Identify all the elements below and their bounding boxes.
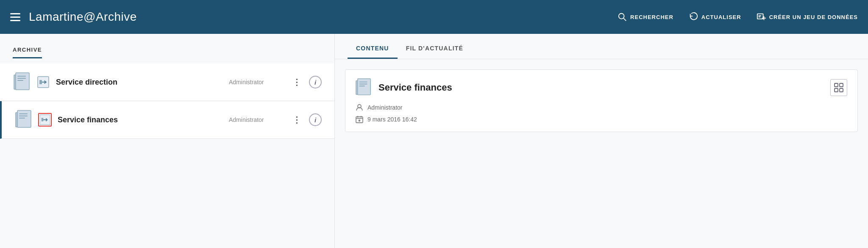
enter-icon: [37, 76, 49, 88]
svg-rect-17: [19, 116, 28, 116]
svg-rect-23: [359, 82, 367, 83]
enter-icon-highlighted: [40, 114, 50, 125]
refresh-action[interactable]: ACTUALISER: [689, 12, 741, 22]
info-button[interactable]: i: [309, 113, 322, 126]
svg-rect-25: [359, 85, 365, 86]
app-header: Lamartine@Archive RECHERCHER ACTUALISER: [0, 0, 868, 34]
detail-date: 9 mars 2016 16:42: [367, 116, 417, 123]
svg-rect-15: [17, 110, 31, 127]
list-item[interactable]: Service finances Administrator ⋮ i: [0, 101, 334, 139]
svg-rect-11: [17, 80, 23, 81]
detail-header: Service finances: [356, 78, 847, 97]
info-icon: i: [314, 79, 316, 86]
header-left: Lamartine@Archive: [10, 10, 618, 24]
item-badge: [36, 75, 50, 89]
create-dataset-label: CRÉER UN JEU DE DONNÉES: [769, 14, 858, 20]
item-name: Service direction: [56, 78, 229, 87]
item-actions: ⋮ i: [292, 113, 322, 126]
tab-fil-actualite[interactable]: FIL D'ACTUALITÉ: [398, 34, 472, 59]
item-name: Service finances: [58, 116, 229, 124]
detail-title-row: Service finances: [356, 78, 452, 97]
search-label: RECHERCHER: [630, 14, 673, 20]
item-badge-highlighted: [38, 113, 52, 127]
right-tabs: CONTENU FIL D'ACTUALITÉ: [335, 34, 868, 59]
more-options-button[interactable]: ⋮: [292, 77, 301, 87]
archive-section-title: ARCHIVE: [13, 47, 42, 58]
item-author: Administrator: [229, 116, 280, 123]
header-right: RECHERCHER ACTUALISER CRÉER UN JEU DE DO…: [618, 12, 858, 22]
detail-meta: Administrator 9 mars 2016 16:42: [356, 104, 847, 123]
meta-author-row: Administrator: [356, 104, 847, 111]
main-layout: ARCHIVE: [0, 34, 868, 248]
item-author: Administrator: [229, 79, 280, 85]
svg-rect-28: [835, 88, 838, 92]
detail-author: Administrator: [367, 104, 402, 111]
info-button[interactable]: i: [309, 76, 322, 88]
svg-point-0: [619, 14, 624, 19]
right-content: Service finances: [335, 59, 868, 248]
info-icon: i: [314, 116, 316, 124]
refresh-icon: [689, 12, 698, 22]
meta-date-row: 9 mars 2016 16:42: [356, 116, 847, 123]
calendar-icon: [356, 116, 363, 123]
search-icon: [618, 12, 627, 22]
refresh-label: ACTUALISER: [701, 14, 741, 20]
svg-point-35: [359, 120, 360, 121]
grid-icon: [834, 83, 843, 92]
detail-folder-icon: [356, 78, 373, 97]
right-panel: CONTENU FIL D'ACTUALITÉ Service: [335, 34, 868, 248]
folder-icon: [15, 110, 33, 130]
folder-outer-icon: [14, 109, 34, 131]
folder-icon: [14, 72, 31, 92]
detail-card: Service finances: [345, 69, 858, 132]
svg-rect-27: [840, 83, 843, 87]
more-options-button[interactable]: ⋮: [292, 115, 301, 125]
left-panel: ARCHIVE: [0, 34, 335, 248]
svg-rect-29: [840, 88, 843, 92]
detail-title: Service finances: [378, 82, 452, 93]
svg-rect-9: [17, 76, 26, 77]
create-dataset-action[interactable]: CRÉER UN JEU DE DONNÉES: [757, 12, 858, 22]
svg-rect-18: [19, 118, 25, 118]
search-action[interactable]: RECHERCHER: [618, 12, 673, 22]
folder-outer-icon: [13, 71, 32, 93]
user-icon: [356, 104, 363, 111]
svg-line-1: [623, 18, 626, 21]
grid-view-button[interactable]: [830, 79, 847, 96]
svg-rect-8: [16, 73, 29, 90]
svg-rect-26: [835, 83, 838, 87]
svg-rect-22: [358, 79, 370, 95]
app-title: Lamartine@Archive: [29, 10, 137, 24]
svg-rect-20: [42, 118, 44, 121]
svg-rect-10: [17, 78, 26, 79]
svg-rect-13: [39, 80, 42, 84]
svg-rect-24: [359, 83, 367, 84]
left-panel-header: ARCHIVE: [0, 34, 334, 58]
item-list: Service direction Administrator ⋮ i: [0, 58, 334, 248]
svg-rect-16: [19, 113, 28, 114]
tab-contenu[interactable]: CONTENU: [348, 34, 398, 59]
menu-toggle-button[interactable]: [10, 13, 20, 21]
create-dataset-icon: [757, 12, 766, 22]
item-actions: ⋮ i: [292, 76, 322, 88]
list-item[interactable]: Service direction Administrator ⋮ i: [0, 63, 334, 101]
